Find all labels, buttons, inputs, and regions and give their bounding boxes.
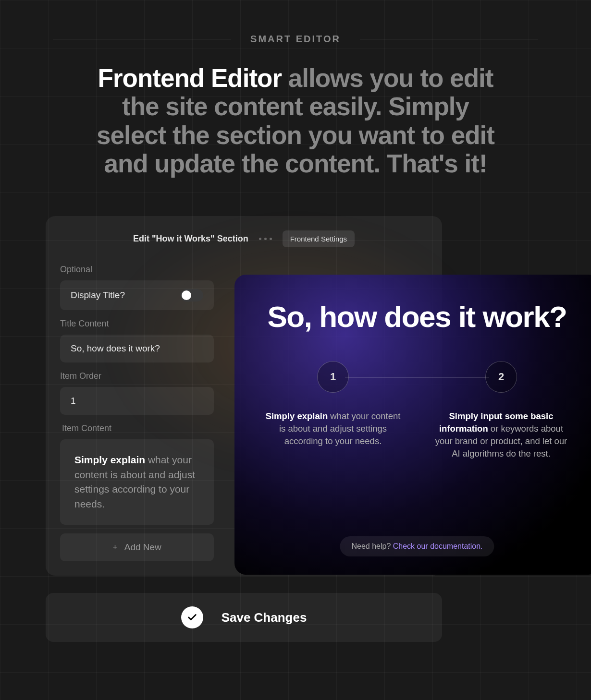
frontend-settings-button[interactable]: Frontend Settings: [283, 230, 355, 247]
title-content-input[interactable]: [71, 343, 203, 354]
help-prefix: Need help?: [351, 542, 393, 550]
item-order-label: Item Order: [60, 371, 214, 381]
step-2: 2 Simply input some basic information or…: [431, 361, 571, 460]
item-order-field: [60, 387, 214, 415]
headline-bold: Frontend Editor: [98, 64, 282, 92]
step-1: 1 Simply explain what your content is ab…: [263, 361, 403, 460]
preview-panel: So, how does it work? 1 Simply explain w…: [234, 275, 591, 575]
editor-header: Edit "How it Works" Section Frontend Set…: [60, 230, 428, 247]
add-new-button[interactable]: + Add New: [60, 533, 214, 561]
ellipsis-icon: [259, 238, 272, 240]
save-changes-button[interactable]: Save Changes: [46, 593, 442, 642]
divider-line: [53, 39, 231, 39]
toggle-knob: [182, 290, 191, 300]
steps-row: 1 Simply explain what your content is ab…: [234, 361, 591, 460]
page-headline: Frontend Editor allows you to edit the s…: [84, 64, 507, 178]
display-title-field: Display Title?: [60, 280, 214, 310]
title-content-field: [60, 335, 214, 362]
item-content-label: Item Content: [62, 423, 214, 434]
check-icon: [181, 606, 203, 628]
section-title: Edit "How it Works" Section: [133, 234, 248, 244]
item-content-box[interactable]: Simply explain what your content is abou…: [60, 439, 214, 525]
add-new-label: Add New: [124, 542, 161, 553]
item-content-bold: Simply explain: [74, 454, 145, 465]
step-number: 2: [485, 361, 517, 393]
plus-icon: +: [112, 543, 118, 553]
help-pill: Need help? Check our documentation.: [340, 536, 494, 556]
step-number: 1: [317, 361, 349, 393]
title-content-label: Title Content: [60, 319, 214, 329]
display-title-label: Display Title?: [71, 290, 125, 301]
eyebrow-row: SMART EDITOR: [53, 34, 538, 45]
eyebrow-label: SMART EDITOR: [250, 34, 341, 45]
display-title-toggle[interactable]: [180, 289, 203, 302]
item-order-input[interactable]: [71, 396, 203, 406]
form-column: Optional Display Title? Title Content It…: [60, 265, 214, 561]
divider-line: [360, 39, 538, 39]
step-text: Simply explain what your content is abou…: [263, 410, 403, 447]
optional-label: Optional: [60, 265, 214, 275]
step-text: Simply input some basic information or k…: [431, 410, 571, 460]
preview-title: So, how does it work?: [234, 301, 591, 332]
help-link[interactable]: Check our documentation.: [393, 542, 483, 550]
save-label: Save Changes: [222, 610, 307, 625]
